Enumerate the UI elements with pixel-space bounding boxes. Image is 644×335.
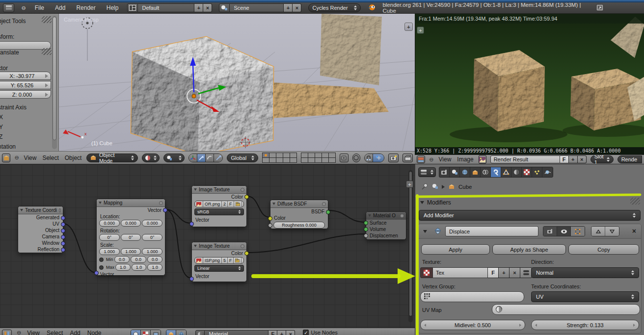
socket-vector-in[interactable] [189,222,194,226]
min-y-field[interactable]: 0.0 [131,256,146,263]
scene-name[interactable]: Scene [230,3,284,12]
show-texture-in-editor-icon[interactable] [520,267,532,278]
modifier-name-field[interactable]: Displace [445,226,538,236]
menu-render[interactable]: Render [74,4,97,11]
editor-type-info-icon[interactable] [3,3,14,12]
uv-map-field[interactable] [492,304,640,315]
modifier-collapse-icon[interactable] [423,230,427,233]
node-diffuse-bsdf[interactable]: Diffuse BSDF BSDF Color Roughness 0.000 [270,200,328,229]
node-image-texture-color[interactable]: Image Texture Color OR.png 2 F × sRGB Ve… [191,185,247,227]
mode-select[interactable]: Object Mode [86,154,138,162]
lock-to-scene-icon[interactable] [340,154,348,162]
strength-slider[interactable]: Strength: 0.133 [531,320,639,330]
menu-view[interactable]: View [23,155,38,161]
collapse-node-icon[interactable] [194,245,197,247]
scale-y-field[interactable]: 1.000 [121,248,141,255]
fake-user-button[interactable]: F [560,155,569,163]
move-modifier-down-icon[interactable] [605,226,619,236]
vector-y-field[interactable]: Y: 65.526 [0,81,51,89]
unlink-image-icon[interactable]: × [242,258,244,263]
socket-object[interactable] [61,229,65,233]
socket-uv[interactable] [61,222,65,227]
layers-widget-group2[interactable] [301,153,336,163]
render-slot-select[interactable]: Slot 1 [590,155,614,163]
fake-user-button[interactable]: F [228,201,234,207]
location-y-field[interactable]: 0.000 [121,220,141,227]
add-scene-button[interactable]: + [284,3,293,12]
direction-dropdown[interactable]: Normal [531,267,639,278]
delete-modifier-icon[interactable]: × [632,228,636,234]
max-z-field[interactable]: 1.0 [147,264,162,271]
viewport-3d[interactable]: x Camera Persp (1) Cube + [59,14,415,151]
scale-z-field[interactable]: 1.000 [142,248,162,255]
roughness-slider[interactable]: Roughness 0.000 [273,222,325,229]
pin-icon[interactable] [421,183,428,191]
scene-icon[interactable] [219,3,230,12]
translate-manipulator-icon[interactable] [197,154,206,162]
editor-type-properties-icon[interactable] [418,167,436,177]
min-z-field[interactable]: 0.0 [147,256,163,263]
min-x-field[interactable]: 0.0 [114,256,130,263]
image-users-count[interactable]: 5 [222,258,228,263]
tab-world[interactable] [460,167,470,178]
tool-shelf-scrollbar-thumb[interactable] [53,17,56,140]
rotate-manipulator-icon[interactable] [206,154,214,162]
unlink-texture-button[interactable]: × [510,267,520,278]
fake-user-button[interactable]: F [488,267,499,278]
menu-select[interactable]: Select [46,330,64,335]
socket-roughness-in[interactable] [268,223,272,228]
menu-node[interactable]: Node [86,330,103,335]
rotation-x-field[interactable]: 0° [99,234,120,241]
collapse-menus-icon[interactable]: ⊖ [21,5,26,11]
apply-button[interactable]: Apply [421,244,490,255]
cube-object[interactable] [131,37,273,151]
socket-camera[interactable] [61,235,65,239]
render-type-select[interactable]: Rende [617,155,642,163]
node-material-output[interactable]: Material O Surface Volume Displacemen [366,211,406,240]
rotation-z-field[interactable]: 0° [142,234,162,241]
open-image-icon[interactable] [234,201,242,207]
texture-coordinates-dropdown[interactable]: UV [531,291,639,302]
copy-button[interactable]: Copy [568,244,639,255]
scene-breadcrumb-icon[interactable] [431,183,438,190]
add-layout-button[interactable]: + [194,3,203,12]
collapse-node-icon[interactable] [194,188,197,191]
tab-object-data[interactable] [501,167,511,178]
texture-nodes-icon[interactable] [141,330,151,335]
menu-image[interactable]: Image [456,156,474,163]
unlink-material-button[interactable]: × [286,330,295,335]
manipulator-toggle-icon[interactable] [189,154,197,162]
shader-nodes-icon[interactable] [131,330,141,335]
socket-window[interactable] [61,241,65,246]
tab-constraints[interactable] [481,167,491,178]
unlink-image-icon[interactable]: × [242,201,244,207]
expand-region-plus-button[interactable]: + [406,180,413,188]
socket-vector-out[interactable] [163,208,167,212]
texture-plane-floor[interactable] [255,81,389,118]
menu-view[interactable]: View [438,156,453,163]
new-texture-button[interactable]: + [499,267,510,278]
image-name-field[interactable]: Render Result [490,155,560,163]
vector-z-field[interactable]: Z: 0.000 [0,90,51,99]
max-y-field[interactable]: 1.0 [132,264,147,271]
constraint-y-checkbox[interactable]: Y [0,124,3,130]
unlink-image-button[interactable]: × [578,155,587,163]
node-options-icon[interactable] [322,202,326,206]
collapse-node-icon[interactable] [368,214,371,217]
editmode-visibility-icon[interactable] [571,226,585,236]
min-radio[interactable] [99,258,104,262]
node-options-icon[interactable] [241,244,244,248]
colorspace-select[interactable]: sRGB [194,208,244,215]
add-material-button[interactable]: + [277,330,286,335]
socket-bsdf-out[interactable] [326,210,330,214]
texture-browse-icon[interactable] [420,267,433,278]
node-mapping[interactable]: Mapping Vector Location: 0.000 0.000 0.0… [96,199,165,276]
node-editor-scrollbar-thumb[interactable] [409,171,412,316]
empty-object[interactable] [82,18,93,61]
tab-physics[interactable] [542,167,553,178]
location-x-field[interactable]: 0.000 [99,220,120,227]
world-shader-icon[interactable] [176,330,186,335]
open-image-icon[interactable] [234,258,242,263]
editor-type-image-icon[interactable] [417,155,425,163]
menu-add[interactable]: Add [53,4,67,11]
